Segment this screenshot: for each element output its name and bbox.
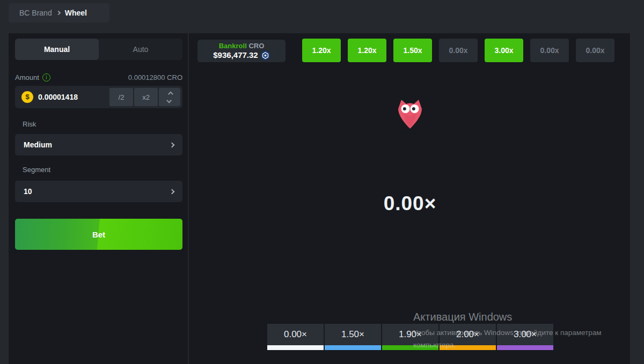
segment-value: 10 bbox=[24, 187, 32, 196]
history-result-button[interactable]: 3.00x bbox=[485, 39, 523, 62]
coin-icon: $ bbox=[21, 91, 33, 103]
bet-sidebar: Manual Auto Amount i 0.00012800 CRO $ 0.… bbox=[9, 33, 189, 364]
amount-value: 0.00001418 bbox=[38, 93, 78, 101]
segment-label: Segment bbox=[23, 166, 130, 174]
amount-header: Amount i 0.00012800 CRO bbox=[15, 72, 182, 83]
watermark-title: Активация Windows bbox=[413, 311, 628, 323]
history-result-button[interactable]: 1.20x bbox=[302, 39, 341, 62]
multiplier-history: 1.20x 1.20x 1.50x 0.00x 3.00x 0.00x 0.00… bbox=[302, 39, 614, 62]
chevron-right-icon bbox=[170, 142, 175, 147]
amount-modifiers: /2 x2 bbox=[109, 88, 180, 106]
info-icon[interactable]: i bbox=[42, 73, 50, 81]
legend-label: 1.90× bbox=[382, 324, 438, 345]
double-bet-button[interactable]: x2 bbox=[134, 88, 158, 106]
half-bet-button[interactable]: /2 bbox=[109, 88, 133, 106]
tab-auto[interactable]: Auto bbox=[99, 39, 182, 60]
bankroll-amount: $936,477.32 bbox=[213, 50, 258, 61]
legend-color-strip bbox=[382, 345, 438, 350]
legend-segment: 1.90× bbox=[382, 324, 438, 350]
legend-label: 1.50× bbox=[325, 324, 381, 345]
breadcrumb: BC Brand Wheel bbox=[9, 3, 109, 23]
owl-mascot-icon bbox=[396, 98, 424, 129]
page: BC Brand Wheel Manual Auto Amount i 0.00… bbox=[0, 0, 644, 364]
legend-segment: 3.00× bbox=[497, 324, 553, 350]
risk-select[interactable]: Medium bbox=[15, 134, 182, 155]
legend-label: 3.00× bbox=[497, 324, 553, 345]
history-result-button[interactable]: 0.00x bbox=[576, 39, 614, 62]
risk-label: Risk bbox=[23, 120, 130, 128]
bankroll-display: Bankroll CRO $936,477.32 bbox=[197, 40, 286, 62]
cro-coin-icon bbox=[261, 51, 270, 60]
amount-input[interactable]: $ 0.00001418 /2 x2 bbox=[15, 86, 182, 108]
legend-segment: 2.00× bbox=[440, 324, 496, 350]
breadcrumb-brand-link[interactable]: BC Brand bbox=[19, 9, 52, 17]
chevron-right-icon bbox=[56, 10, 60, 14]
legend-label: 2.00× bbox=[440, 324, 496, 345]
bankroll-currency: CRO bbox=[248, 42, 264, 50]
result-multiplier: 0.00× bbox=[190, 192, 630, 215]
multiplier-legend: 0.00× 1.50× 1.90× 2.00× 3.00× bbox=[267, 324, 553, 350]
history-result-button[interactable]: 0.00x bbox=[530, 39, 569, 62]
game-panel: Manual Auto Amount i 0.00012800 CRO $ 0.… bbox=[9, 33, 630, 364]
legend-segment: 0.00× bbox=[267, 324, 324, 350]
legend-color-strip bbox=[267, 345, 324, 350]
amount-stepper[interactable] bbox=[159, 88, 180, 106]
legend-color-strip bbox=[497, 345, 553, 350]
legend-color-strip bbox=[325, 345, 381, 350]
game-area: Bankroll CRO $936,477.32 1.20x bbox=[190, 33, 630, 364]
legend-segment: 1.50× bbox=[325, 324, 381, 350]
history-result-button[interactable]: 1.20x bbox=[348, 39, 386, 62]
legend-label: 0.00× bbox=[267, 324, 324, 345]
chevron-down-icon bbox=[166, 98, 172, 103]
segment-select[interactable]: 10 bbox=[15, 181, 182, 202]
history-result-button[interactable]: 0.00x bbox=[439, 39, 478, 62]
risk-value: Medium bbox=[24, 140, 52, 149]
chevron-right-icon bbox=[170, 189, 175, 194]
chevron-up-icon bbox=[167, 91, 173, 96]
history-result-button[interactable]: 1.50x bbox=[393, 39, 432, 62]
bet-button[interactable]: Bet bbox=[15, 219, 182, 250]
legend-color-strip bbox=[440, 345, 496, 350]
tab-manual[interactable]: Manual bbox=[15, 39, 99, 60]
amount-label: Amount bbox=[15, 73, 39, 81]
breadcrumb-current-page: Wheel bbox=[65, 9, 87, 17]
bankroll-title: Bankroll bbox=[219, 42, 247, 50]
bet-mode-tabs: Manual Auto bbox=[15, 39, 182, 60]
amount-balance: 0.00012800 CRO bbox=[128, 73, 182, 81]
